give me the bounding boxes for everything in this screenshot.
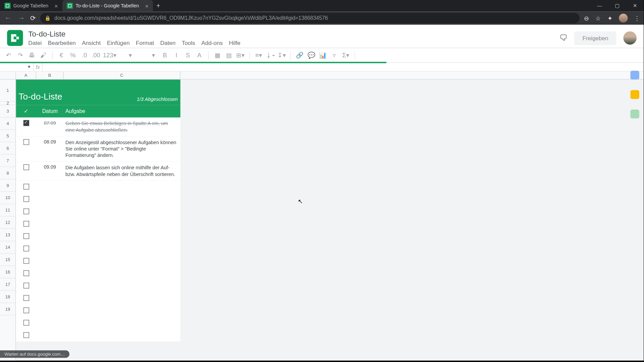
todo-row-empty[interactable] xyxy=(16,292,180,304)
toolbar-button[interactable]: ↶ xyxy=(4,52,13,59)
spreadsheet-cells[interactable]: To-do-Liste 1/3 Abgeschlossen ✓ Datum Au… xyxy=(16,79,644,360)
side-panel-app-icon[interactable] xyxy=(630,90,639,99)
checkbox[interactable] xyxy=(23,165,29,170)
todo-row-empty[interactable] xyxy=(16,205,180,218)
toolbar-button[interactable]: 📊 xyxy=(318,52,327,59)
toolbar-button[interactable]: 🖶 xyxy=(28,52,36,59)
toolbar-button[interactable]: ↷ xyxy=(16,52,24,59)
checkbox[interactable] xyxy=(23,283,29,288)
row-header[interactable]: 4 xyxy=(0,118,15,130)
row-header[interactable]: 17 xyxy=(0,278,15,291)
row-header[interactable]: 16 xyxy=(0,266,15,278)
checkbox[interactable] xyxy=(23,233,29,239)
menu-einfügen[interactable]: Einfügen xyxy=(107,40,130,46)
todo-date[interactable]: 07.09 xyxy=(36,119,64,125)
row-header[interactable]: 11 xyxy=(0,204,15,217)
menu-hilfe[interactable]: Hilfe xyxy=(229,40,240,46)
comments-button[interactable]: 🗨 xyxy=(559,34,568,43)
column-header-B[interactable]: B xyxy=(36,72,64,79)
todo-date[interactable]: 09.09 xyxy=(36,164,64,170)
todo-row-empty[interactable] xyxy=(16,193,180,205)
checkbox[interactable] xyxy=(23,246,29,251)
todo-row-empty[interactable] xyxy=(16,304,180,317)
row-header[interactable]: 5 xyxy=(0,130,15,142)
checkbox[interactable] xyxy=(23,184,29,189)
row-header[interactable]: 19 xyxy=(0,303,15,315)
select-all-corner[interactable] xyxy=(0,72,16,80)
checkbox[interactable] xyxy=(23,270,29,276)
toolbar-button[interactable]: ▤ xyxy=(225,52,233,59)
toolbar-button[interactable]: ▾ xyxy=(126,52,135,59)
side-panel-app-icon[interactable] xyxy=(630,71,639,79)
todo-row-empty[interactable] xyxy=(16,242,180,255)
todo-row[interactable]: 07.09Geben Sie etwas Beliebiges in Spalt… xyxy=(16,118,180,136)
checkbox[interactable] xyxy=(23,258,29,264)
row-header[interactable]: 7 xyxy=(0,155,15,167)
reload-button[interactable]: ⟳ xyxy=(30,14,36,22)
tab-close-button[interactable]: × xyxy=(55,2,58,9)
zoom-icon[interactable]: ⊖ xyxy=(584,14,589,21)
todo-row-empty[interactable] xyxy=(16,255,180,267)
toolbar-button[interactable]: 🔗 xyxy=(295,52,304,59)
window-close-button[interactable]: ✕ xyxy=(626,0,644,11)
todo-row-empty[interactable] xyxy=(16,280,180,292)
checkbox[interactable] xyxy=(23,320,29,325)
share-button[interactable]: Freigeben xyxy=(575,31,616,45)
checkbox[interactable] xyxy=(23,295,29,301)
row-header[interactable]: 9 xyxy=(0,179,15,192)
name-box[interactable]: ▾ xyxy=(0,63,34,71)
menu-daten[interactable]: Daten xyxy=(160,40,176,46)
menu-format[interactable]: Format xyxy=(136,40,154,46)
menu-bearbeiten[interactable]: Bearbeiten xyxy=(48,40,76,46)
row-header[interactable]: 1 xyxy=(0,79,15,102)
toolbar-button[interactable]: I xyxy=(172,52,181,59)
toolbar-button[interactable]: ▦ xyxy=(213,52,222,59)
menu-ansicht[interactable]: Ansicht xyxy=(82,40,101,46)
row-header[interactable]: 10 xyxy=(0,192,15,204)
bookmark-icon[interactable]: ☆ xyxy=(595,14,601,21)
window-maximize-button[interactable]: ▢ xyxy=(608,0,626,11)
todo-task[interactable]: Den Anzeigestil abgeschlossener Aufgaben… xyxy=(64,138,180,160)
tab-close-button[interactable]: × xyxy=(145,2,149,9)
toolbar-button[interactable]: Σ▾ xyxy=(341,52,350,59)
toolbar-button[interactable]: 💬 xyxy=(307,52,316,59)
window-minimize-button[interactable]: — xyxy=(591,0,608,11)
checkbox[interactable] xyxy=(23,208,29,214)
document-title[interactable]: To-do-Liste xyxy=(28,30,240,39)
todo-row-empty[interactable] xyxy=(16,218,180,230)
checkbox[interactable] xyxy=(23,307,29,313)
todo-row-empty[interactable] xyxy=(16,317,180,329)
browser-tab[interactable]: Google Tabellen× xyxy=(0,0,62,11)
row-header[interactable]: 12 xyxy=(0,217,15,229)
account-avatar[interactable] xyxy=(623,32,637,45)
todo-row[interactable]: 09.09Die Aufgaben lassen sich online mit… xyxy=(16,162,180,181)
new-tab-button[interactable]: + xyxy=(153,0,164,11)
row-header[interactable]: 6 xyxy=(0,142,15,155)
checkbox[interactable] xyxy=(23,332,29,338)
back-button[interactable]: ← xyxy=(4,14,12,22)
todo-row-empty[interactable] xyxy=(16,329,180,342)
url-field[interactable]: 🔒 docs.google.com/spreadsheets/d/1uSGWDV… xyxy=(40,13,580,23)
toolbar-button[interactable]: ▿ xyxy=(330,52,338,59)
todo-row[interactable]: 08.09Den Anzeigestil abgeschlossener Auf… xyxy=(16,136,180,162)
toolbar-button[interactable]: € xyxy=(57,52,66,59)
toolbar-button[interactable]: 🖌 xyxy=(39,52,48,59)
toolbar-button[interactable]: ↧▾ xyxy=(277,52,286,59)
menu-tools[interactable]: Tools xyxy=(182,40,195,46)
toolbar-button[interactable]: 123▾ xyxy=(103,52,112,59)
forward-button[interactable]: → xyxy=(17,14,25,22)
column-header-C[interactable]: C xyxy=(64,72,180,79)
side-panel-app-icon[interactable] xyxy=(630,110,639,118)
todo-row-empty[interactable] xyxy=(16,181,180,193)
toolbar-button[interactable]: ▾ xyxy=(149,52,158,59)
todo-task[interactable]: Geben Sie etwas Beliebiges in Spalte A e… xyxy=(64,119,180,134)
toolbar-button[interactable]: B xyxy=(160,52,169,59)
row-header[interactable]: 3 xyxy=(0,105,15,118)
toolbar-button[interactable]: % xyxy=(68,52,77,59)
toolbar-button[interactable]: .0 xyxy=(80,52,89,59)
menu-datei[interactable]: Datei xyxy=(28,40,42,46)
todo-date[interactable]: 08.09 xyxy=(36,138,64,144)
column-header-A[interactable]: A xyxy=(16,72,36,79)
row-header[interactable]: 15 xyxy=(0,254,15,266)
toolbar-button[interactable]: ⭳▾ xyxy=(266,52,274,59)
